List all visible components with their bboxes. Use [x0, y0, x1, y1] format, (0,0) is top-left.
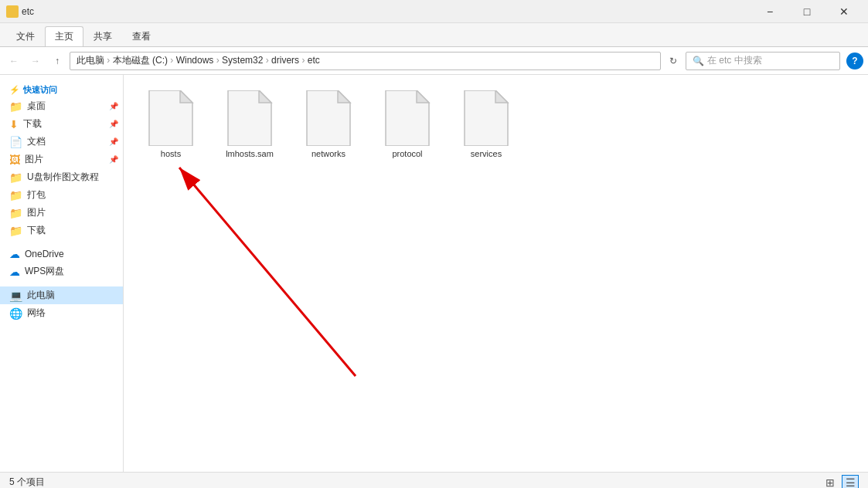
svg-marker-9: [495, 90, 508, 103]
minimize-button[interactable]: −: [752, 0, 788, 23]
sidebar-item-pictures2[interactable]: 📁 图片: [0, 204, 123, 222]
view-controls: ⊞ ☰: [822, 475, 859, 489]
status-count: 5 个项目: [9, 476, 45, 488]
wps-icon: ☁: [9, 266, 20, 278]
sidebar-item-tutorial[interactable]: 📁 U盘制作图文教程: [0, 168, 123, 186]
file-label-protocol: protocol: [392, 149, 422, 158]
tab-view[interactable]: 查看: [122, 26, 161, 46]
file-label-lmhosts: lmhosts.sam: [226, 149, 274, 158]
sidebar-item-pictures[interactable]: 🖼 图片 📌: [0, 151, 123, 168]
file-label-services: services: [471, 149, 502, 158]
sidebar-item-downloads2[interactable]: 📁 下载: [0, 222, 123, 239]
file-item-services[interactable]: services: [451, 87, 521, 161]
breadcrumb: 此电脑 › 本地磁盘 (C:) › Windows › System32 › d…: [77, 54, 320, 67]
address-bar: ← → ↑ 此电脑 › 本地磁盘 (C:) › Windows › System…: [0, 47, 868, 75]
window-controls: − □ ✕: [752, 0, 862, 23]
file-item-networks[interactable]: networks: [294, 87, 363, 161]
sidebar: ⚡ 快速访问 📁 桌面 📌 ⬇ 下载 📌 📄 文档 📌 🖼 图片 📌 📁 U盘制…: [0, 75, 124, 472]
title-bar-left: etc: [6, 5, 34, 18]
tab-home[interactable]: 主页: [45, 26, 83, 46]
close-button[interactable]: ✕: [826, 0, 862, 23]
folder-icon: 📁: [9, 207, 22, 219]
file-item-protocol[interactable]: protocol: [373, 87, 442, 161]
sidebar-item-computer[interactable]: 💻 此电脑: [0, 286, 123, 304]
folder-icon: [6, 5, 19, 18]
folder-icon: 📄: [9, 136, 22, 148]
content-area: hosts lmhosts.sam: [124, 75, 868, 472]
search-placeholder: 在 etc 中搜索: [707, 54, 762, 67]
file-icon-lmhosts: [225, 90, 274, 146]
folder-icon: ⬇: [9, 118, 19, 130]
file-icon-hosts: [146, 90, 196, 146]
svg-line-11: [179, 168, 356, 376]
folder-icon: 📁: [9, 100, 22, 113]
pin-icon: 📌: [109, 155, 118, 164]
maximize-button[interactable]: □: [789, 0, 825, 23]
status-bar: 5 个项目 ⊞ ☰: [0, 472, 868, 488]
ribbon: 文件 主页 共享 查看: [0, 23, 868, 47]
network-icon: 🌐: [9, 307, 22, 320]
sidebar-sep-1: [0, 239, 123, 246]
sidebar-item-downloads[interactable]: ⬇ 下载 📌: [0, 115, 123, 133]
sidebar-item-daba[interactable]: 📁 打包: [0, 186, 123, 204]
file-item-lmhosts[interactable]: lmhosts.sam: [215, 87, 284, 161]
onedrive-icon: ☁: [9, 248, 20, 260]
window-title: etc: [22, 6, 34, 17]
title-bar: etc − □ ✕: [0, 0, 868, 23]
folder-icon: 📁: [9, 189, 22, 202]
file-item-hosts[interactable]: hosts: [136, 87, 206, 161]
sidebar-item-onedrive[interactable]: ☁ OneDrive: [0, 246, 123, 263]
quick-access-header: ⚡ 快速访问: [0, 81, 123, 97]
file-label-hosts: hosts: [161, 149, 181, 158]
pin-icon: 📌: [109, 120, 118, 128]
view-grid-button[interactable]: ⊞: [822, 475, 839, 489]
svg-marker-5: [338, 90, 350, 103]
sidebar-item-desktop[interactable]: 📁 桌面 📌: [0, 97, 123, 115]
file-icon-networks: [304, 90, 353, 146]
ribbon-tabs: 文件 主页 共享 查看: [0, 23, 868, 46]
pin-icon: 📌: [109, 137, 118, 146]
quick-access-icon: ⚡: [9, 85, 20, 95]
file-icon-services: [461, 90, 511, 146]
main-layout: ⚡ 快速访问 📁 桌面 📌 ⬇ 下载 📌 📄 文档 📌 🖼 图片 📌 📁 U盘制…: [0, 75, 868, 472]
forward-button[interactable]: →: [26, 52, 45, 70]
help-button[interactable]: ?: [846, 53, 863, 69]
refresh-button[interactable]: ↻: [664, 52, 682, 70]
file-label-networks: networks: [311, 149, 345, 158]
svg-marker-3: [259, 90, 271, 103]
folder-icon: 🖼: [9, 154, 20, 166]
sidebar-item-documents[interactable]: 📄 文档 📌: [0, 133, 123, 151]
sidebar-item-wps[interactable]: ☁ WPS网盘: [0, 263, 123, 280]
search-icon: 🔍: [693, 56, 704, 66]
computer-icon: 💻: [9, 290, 22, 302]
sidebar-sep-2: [0, 280, 123, 286]
svg-marker-7: [417, 90, 429, 103]
tab-share[interactable]: 共享: [83, 26, 122, 46]
files-grid: hosts lmhosts.sam: [136, 87, 856, 161]
pin-icon: 📌: [109, 102, 118, 110]
folder-icon: 📁: [9, 171, 22, 184]
back-button[interactable]: ←: [5, 52, 23, 70]
search-box[interactable]: 🔍 在 etc 中搜索: [686, 52, 840, 70]
sidebar-item-network[interactable]: 🌐 网络: [0, 304, 123, 322]
tab-file[interactable]: 文件: [6, 26, 45, 46]
view-list-button[interactable]: ☰: [842, 475, 859, 489]
svg-marker-1: [180, 90, 192, 103]
folder-icon: 📁: [9, 225, 22, 237]
up-button[interactable]: ↑: [48, 52, 66, 70]
file-icon-protocol: [383, 90, 432, 146]
address-path[interactable]: 此电脑 › 本地磁盘 (C:) › Windows › System32 › d…: [70, 52, 661, 70]
